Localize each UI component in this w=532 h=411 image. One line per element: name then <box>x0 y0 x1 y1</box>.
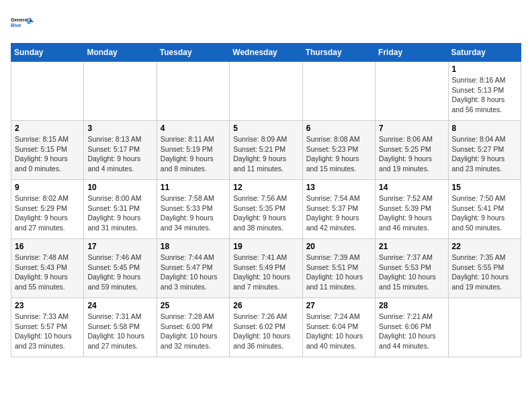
day-info: Sunrise: 7:39 AM Sunset: 5:51 PM Dayligh… <box>306 253 371 292</box>
day-info: Sunrise: 8:08 AM Sunset: 5:23 PM Dayligh… <box>306 134 371 174</box>
day-info: Sunrise: 7:26 AM Sunset: 6:02 PM Dayligh… <box>233 312 298 351</box>
day-info: Sunrise: 8:13 AM Sunset: 5:17 PM Dayligh… <box>87 134 152 174</box>
calendar-week-4: 16Sunrise: 7:48 AM Sunset: 5:43 PM Dayli… <box>11 239 521 298</box>
calendar-cell: 2Sunrise: 8:15 AM Sunset: 5:15 PM Daylig… <box>11 121 84 180</box>
day-number: 14 <box>379 183 444 192</box>
svg-marker-2 <box>30 17 34 22</box>
calendar-cell: 23Sunrise: 7:33 AM Sunset: 5:57 PM Dayli… <box>11 298 84 357</box>
calendar-cell: 10Sunrise: 8:00 AM Sunset: 5:31 PM Dayli… <box>84 180 157 239</box>
day-number: 7 <box>379 124 444 133</box>
day-info: Sunrise: 7:56 AM Sunset: 5:35 PM Dayligh… <box>233 193 298 233</box>
svg-text:General: General <box>11 17 29 23</box>
calendar-cell: 3Sunrise: 8:13 AM Sunset: 5:17 PM Daylig… <box>84 121 157 180</box>
day-number: 26 <box>233 301 298 310</box>
calendar-cell: 9Sunrise: 8:02 AM Sunset: 5:29 PM Daylig… <box>11 180 84 239</box>
calendar-cell: 1Sunrise: 8:16 AM Sunset: 5:13 PM Daylig… <box>448 62 521 121</box>
day-info: Sunrise: 7:37 AM Sunset: 5:53 PM Dayligh… <box>379 253 444 292</box>
day-header-saturday: Saturday <box>448 44 521 62</box>
page-header: GeneralBlue <box>11 11 521 35</box>
day-number: 22 <box>452 242 517 251</box>
calendar-cell: 21Sunrise: 7:37 AM Sunset: 5:53 PM Dayli… <box>375 239 448 298</box>
day-number: 10 <box>87 183 152 192</box>
calendar-cell: 28Sunrise: 7:21 AM Sunset: 6:06 PM Dayli… <box>375 298 448 357</box>
day-header-wednesday: Wednesday <box>230 44 302 62</box>
calendar-cell: 13Sunrise: 7:54 AM Sunset: 5:37 PM Dayli… <box>302 180 375 239</box>
day-number: 27 <box>306 301 371 310</box>
calendar-cell: 25Sunrise: 7:28 AM Sunset: 6:00 PM Dayli… <box>157 298 229 357</box>
day-info: Sunrise: 7:46 AM Sunset: 5:45 PM Dayligh… <box>87 253 152 292</box>
day-info: Sunrise: 7:58 AM Sunset: 5:33 PM Dayligh… <box>161 193 226 233</box>
day-header-tuesday: Tuesday <box>157 44 229 62</box>
day-number: 24 <box>87 301 152 310</box>
day-info: Sunrise: 8:16 AM Sunset: 5:13 PM Dayligh… <box>452 75 517 115</box>
day-info: Sunrise: 7:52 AM Sunset: 5:39 PM Dayligh… <box>379 193 444 233</box>
day-info: Sunrise: 7:31 AM Sunset: 5:58 PM Dayligh… <box>87 312 152 351</box>
calendar-cell <box>375 62 448 121</box>
day-info: Sunrise: 7:24 AM Sunset: 6:04 PM Dayligh… <box>306 312 371 351</box>
day-number: 17 <box>87 242 152 251</box>
calendar-week-1: 1Sunrise: 8:16 AM Sunset: 5:13 PM Daylig… <box>11 62 521 121</box>
day-number: 2 <box>15 124 80 133</box>
calendar-cell: 22Sunrise: 7:35 AM Sunset: 5:55 PM Dayli… <box>448 239 521 298</box>
day-number: 25 <box>161 301 226 310</box>
day-header-friday: Friday <box>375 44 448 62</box>
day-info: Sunrise: 7:48 AM Sunset: 5:43 PM Dayligh… <box>15 253 80 292</box>
calendar-cell: 27Sunrise: 7:24 AM Sunset: 6:04 PM Dayli… <box>302 298 375 357</box>
day-number: 21 <box>379 242 444 251</box>
day-info: Sunrise: 7:28 AM Sunset: 6:00 PM Dayligh… <box>161 312 226 351</box>
calendar-week-2: 2Sunrise: 8:15 AM Sunset: 5:15 PM Daylig… <box>11 121 521 180</box>
day-info: Sunrise: 7:35 AM Sunset: 5:55 PM Dayligh… <box>452 253 517 292</box>
day-number: 9 <box>15 183 80 192</box>
calendar-cell <box>84 62 157 121</box>
day-info: Sunrise: 8:11 AM Sunset: 5:19 PM Dayligh… <box>161 134 226 174</box>
day-info: Sunrise: 8:15 AM Sunset: 5:15 PM Dayligh… <box>15 134 80 174</box>
day-info: Sunrise: 8:09 AM Sunset: 5:21 PM Dayligh… <box>233 134 298 174</box>
calendar-cell: 7Sunrise: 8:06 AM Sunset: 5:25 PM Daylig… <box>375 121 448 180</box>
day-number: 5 <box>233 124 298 133</box>
day-info: Sunrise: 7:50 AM Sunset: 5:41 PM Dayligh… <box>452 193 517 233</box>
calendar-cell <box>11 62 84 121</box>
calendar-cell: 12Sunrise: 7:56 AM Sunset: 5:35 PM Dayli… <box>230 180 302 239</box>
calendar-cell: 4Sunrise: 8:11 AM Sunset: 5:19 PM Daylig… <box>157 121 229 180</box>
day-number: 18 <box>161 242 226 251</box>
day-number: 23 <box>15 301 80 310</box>
day-number: 16 <box>15 242 80 251</box>
calendar-cell: 24Sunrise: 7:31 AM Sunset: 5:58 PM Dayli… <box>84 298 157 357</box>
calendar-cell: 14Sunrise: 7:52 AM Sunset: 5:39 PM Dayli… <box>375 180 448 239</box>
day-info: Sunrise: 8:00 AM Sunset: 5:31 PM Dayligh… <box>87 193 152 233</box>
day-info: Sunrise: 8:02 AM Sunset: 5:29 PM Dayligh… <box>15 193 80 233</box>
day-number: 13 <box>306 183 371 192</box>
logo: GeneralBlue <box>11 11 35 35</box>
calendar-cell <box>230 62 302 121</box>
day-info: Sunrise: 8:04 AM Sunset: 5:27 PM Dayligh… <box>452 134 517 174</box>
calendar-cell: 19Sunrise: 7:41 AM Sunset: 5:49 PM Dayli… <box>230 239 302 298</box>
calendar-cell <box>302 62 375 121</box>
calendar-table: SundayMondayTuesdayWednesdayThursdayFrid… <box>11 43 521 357</box>
day-header-thursday: Thursday <box>302 44 375 62</box>
calendar-cell: 16Sunrise: 7:48 AM Sunset: 5:43 PM Dayli… <box>11 239 84 298</box>
day-number: 19 <box>233 242 298 251</box>
calendar-cell: 5Sunrise: 8:09 AM Sunset: 5:21 PM Daylig… <box>230 121 302 180</box>
calendar-cell: 15Sunrise: 7:50 AM Sunset: 5:41 PM Dayli… <box>448 180 521 239</box>
day-info: Sunrise: 7:33 AM Sunset: 5:57 PM Dayligh… <box>15 312 80 351</box>
day-info: Sunrise: 8:06 AM Sunset: 5:25 PM Dayligh… <box>379 134 444 174</box>
calendar-week-3: 9Sunrise: 8:02 AM Sunset: 5:29 PM Daylig… <box>11 180 521 239</box>
calendar-cell <box>448 298 521 357</box>
day-number: 28 <box>379 301 444 310</box>
calendar-cell: 17Sunrise: 7:46 AM Sunset: 5:45 PM Dayli… <box>84 239 157 298</box>
calendar-cell: 26Sunrise: 7:26 AM Sunset: 6:02 PM Dayli… <box>230 298 302 357</box>
calendar-cell: 20Sunrise: 7:39 AM Sunset: 5:51 PM Dayli… <box>302 239 375 298</box>
day-number: 11 <box>161 183 226 192</box>
calendar-cell: 6Sunrise: 8:08 AM Sunset: 5:23 PM Daylig… <box>302 121 375 180</box>
day-header-monday: Monday <box>84 44 157 62</box>
calendar-week-5: 23Sunrise: 7:33 AM Sunset: 5:57 PM Dayli… <box>11 298 521 357</box>
calendar-cell <box>157 62 229 121</box>
calendar-cell: 8Sunrise: 8:04 AM Sunset: 5:27 PM Daylig… <box>448 121 521 180</box>
day-header-sunday: Sunday <box>11 44 84 62</box>
calendar-cell: 18Sunrise: 7:44 AM Sunset: 5:47 PM Dayli… <box>157 239 229 298</box>
day-info: Sunrise: 7:41 AM Sunset: 5:49 PM Dayligh… <box>233 253 298 292</box>
day-number: 1 <box>452 64 517 74</box>
day-number: 3 <box>87 124 152 133</box>
svg-text:Blue: Blue <box>11 22 21 28</box>
day-number: 8 <box>452 124 517 133</box>
